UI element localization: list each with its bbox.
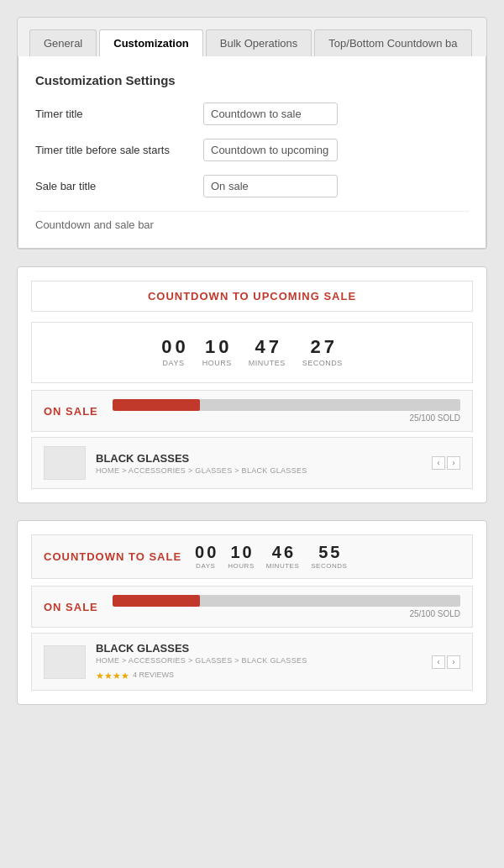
countdown-sale-title: COUNTDOWN TO SALE	[44, 550, 181, 563]
next-arrow-sale[interactable]: ›	[447, 655, 460, 669]
progress-bar-bg-sale	[113, 595, 460, 607]
product-stars-sale: ★★★★	[96, 671, 129, 681]
product-breadcrumb-upcoming: HOME > ACCESSORIES > GLASSES > BLACK GLA…	[96, 466, 422, 475]
timer-label-inline-hours: HOURS	[228, 562, 254, 570]
form-footer: Countdown and sale bar	[35, 211, 469, 231]
progress-text-upcoming: 25/100 SOLD	[409, 413, 460, 423]
tab-customization[interactable]: Customization	[99, 29, 203, 56]
product-info-sale: BLACK GLASSES HOME > ACCESSORIES > GLASS…	[96, 642, 422, 681]
section-title: Customization Settings	[35, 73, 469, 87]
timer-unit-inline-hours: 1 0 HOURS	[228, 544, 254, 570]
product-nav-upcoming: ‹ ›	[432, 456, 460, 470]
countdown-sale-header: COUNTDOWN TO SALE 0 0 DAYS 1 0 HOURS 4	[31, 534, 473, 579]
timer-label-seconds: SECONDS	[302, 359, 343, 367]
timer-unit-minutes: 4 7 MINUTES	[249, 338, 286, 367]
product-nav-sale: ‹ ›	[432, 655, 460, 669]
on-sale-label-upcoming: ON SALE	[44, 405, 102, 418]
tab-general[interactable]: General	[29, 29, 97, 56]
timer-digits-days: 0 0	[161, 338, 186, 356]
product-row-upcoming: BLACK GLASSES HOME > ACCESSORIES > GLASS…	[31, 437, 473, 489]
on-sale-label-sale: ON SALE	[44, 601, 102, 613]
timer-unit-hours: 1 0 HOURS	[202, 338, 232, 367]
product-thumb-sale	[44, 645, 86, 679]
tabs-row: General Customization Bulk Operations To…	[29, 29, 475, 56]
form-row-timer-title: Timer title	[35, 103, 469, 125]
prev-arrow-sale[interactable]: ‹	[432, 655, 445, 669]
progress-wrapper-upcoming: 25/100 SOLD	[113, 399, 460, 423]
timer-digits-minutes: 4 7	[255, 338, 280, 356]
tab-bulk-operations[interactable]: Bulk Operations	[206, 29, 312, 56]
timer-label-hours: HOURS	[202, 359, 232, 367]
tab-content-customization: Customization Settings Timer title Timer…	[18, 56, 486, 249]
countdown-upcoming-header: COUNTDOWN TO UPCOMING SALE	[31, 281, 473, 312]
timer-unit-seconds: 2 7 SECONDS	[302, 338, 343, 367]
label-timer-title: Timer title	[35, 108, 203, 120]
form-row-timer-title-before: Timer title before sale starts	[35, 139, 469, 161]
timer-digits-inline-seconds: 5 5	[318, 544, 339, 560]
timer-label-inline-days: DAYS	[196, 562, 215, 570]
product-reviews-sale: 4 REVIEWS	[133, 671, 174, 679]
product-info-upcoming: BLACK GLASSES HOME > ACCESSORIES > GLASS…	[96, 452, 422, 475]
input-timer-title[interactable]	[203, 103, 338, 125]
countdown-upcoming-timer: 0 0 DAYS 1 0 HOURS 4 7 MINUTES	[32, 329, 472, 376]
timer-label-minutes: MINUTES	[249, 359, 286, 367]
timer-unit-inline-minutes: 4 6 MINUTES	[266, 544, 300, 570]
product-thumb-upcoming	[44, 446, 86, 480]
product-name-upcoming: BLACK GLASSES	[96, 452, 422, 465]
timer-unit-inline-days: 0 0 DAYS	[195, 544, 216, 570]
timer-label-days: DAYS	[163, 359, 185, 367]
tab-top-bottom[interactable]: Top/Bottom Countdown ba	[314, 29, 471, 56]
countdown-sale-timer: 0 0 DAYS 1 0 HOURS 4 6 MINUTES	[195, 544, 347, 570]
timer-digits-seconds: 2 7	[311, 338, 335, 356]
progress-bar-fill-upcoming	[113, 399, 200, 411]
timer-unit-inline-seconds: 5 5 SECONDS	[311, 544, 347, 570]
input-sale-bar-title[interactable]	[203, 175, 338, 197]
preview-countdown-sale: COUNTDOWN TO SALE 0 0 DAYS 1 0 HOURS 4	[17, 520, 487, 705]
progress-bar-fill-sale	[113, 595, 200, 607]
product-row-sale: BLACK GLASSES HOME > ACCESSORIES > GLASS…	[31, 633, 473, 691]
timer-label-inline-seconds: SECONDS	[311, 562, 347, 570]
next-arrow-upcoming[interactable]: ›	[447, 456, 460, 470]
progress-text-sale: 25/100 SOLD	[409, 609, 460, 618]
input-timer-title-before[interactable]	[203, 139, 338, 161]
product-name-sale: BLACK GLASSES	[96, 642, 422, 655]
timer-digits-hours: 1 0	[205, 338, 229, 356]
product-breadcrumb-sale: HOME > ACCESSORIES > GLASSES > BLACK GLA…	[96, 656, 422, 665]
timer-unit-days: 0 0 DAYS	[161, 338, 186, 367]
label-sale-bar-title: Sale bar title	[35, 180, 203, 192]
form-row-sale-bar-title: Sale bar title	[35, 175, 469, 197]
sale-bar-sale: ON SALE 25/100 SOLD	[31, 586, 473, 628]
preview-countdown-upcoming: COUNTDOWN TO UPCOMING SALE 0 0 DAYS 1 0 …	[17, 266, 487, 503]
label-timer-title-before: Timer title before sale starts	[35, 144, 203, 156]
settings-panel: General Customization Bulk Operations To…	[17, 17, 487, 250]
timer-label-inline-minutes: MINUTES	[266, 562, 300, 570]
sale-bar-upcoming: ON SALE 25/100 SOLD	[31, 390, 473, 432]
timer-digits-inline-hours: 1 0	[230, 544, 251, 560]
progress-wrapper-sale: 25/100 SOLD	[113, 595, 460, 618]
prev-arrow-upcoming[interactable]: ‹	[432, 456, 445, 470]
timer-digits-inline-days: 0 0	[195, 544, 216, 560]
progress-bar-bg-upcoming	[113, 399, 460, 411]
timer-digits-inline-minutes: 4 6	[272, 544, 293, 560]
